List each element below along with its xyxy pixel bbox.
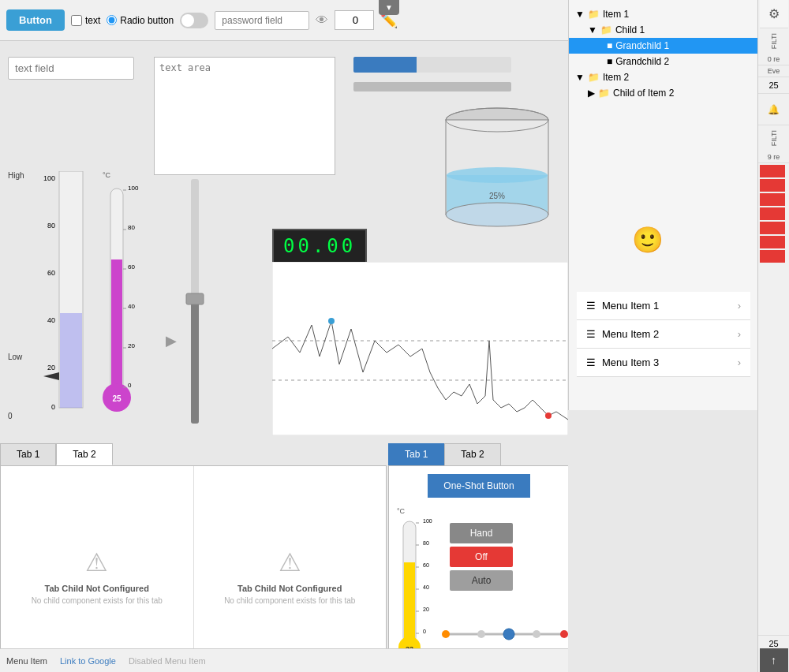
menu-chevron-3: › [738,357,741,368]
folder-icon-2: 📁 [588,72,600,83]
svg-point-39 [545,413,552,419]
menu-item-3[interactable]: ☰ Menu Item 3 › [577,349,750,377]
tree-container: ▼ 📁 Item 1 ▼ 📁 Child 1 ■ Grandchild 1 ■ … [569,0,757,101]
cb-red-2[interactable] [760,179,785,192]
thermo-hoa-wrap: °C 100 80 60 40 20 0 33 [397,507,561,672]
tab-child-title-1: Tab Child Not Configured [45,584,149,593]
cb-red-1[interactable] [760,165,785,177]
vertical-slider-wrap: ▶ [166,171,207,431]
tab-1-right[interactable]: Tab 1 [388,443,444,465]
large-thermo-ruler-wrap: High Low 0 100 80 60 40 20 0 [8,171,103,434]
mercury-thermo-wrap: °C 100 80 60 40 20 0 25 [103,171,150,427]
ruler-zero-label: 0 [8,412,13,420]
password-input[interactable] [215,11,309,30]
oneshot-button[interactable]: One-Shot Button [428,474,529,498]
tab-content-left: ⚠ Tab Child Not Configured No child comp… [0,465,387,672]
toggle-switch[interactable] [180,13,208,28]
menu-item-2-label: Menu Item 2 [602,328,659,340]
bottom-bar: Menu Item Link to Google Disabled Menu I… [0,648,568,672]
text-field-input[interactable] [8,57,134,80]
svg-text:0: 0 [423,629,426,634]
bottom-link[interactable]: Link to Google [60,656,116,666]
progress-bar-fill [353,57,417,73]
tree-item-child-item2[interactable]: ▶ 📁 Child of Item 2 [569,85,757,101]
cb-red-4[interactable] [760,207,785,220]
folder-icon-c1: 📁 [600,24,612,35]
progress-bars [353,57,511,91]
folder-icon-1: 📁 [588,9,600,20]
svg-point-62 [560,630,568,638]
cb-red-7[interactable] [760,250,785,263]
bell-icon-wrap[interactable]: 🔔 [758,94,789,125]
number-input[interactable] [335,10,374,30]
tab-2-left[interactable]: Tab 2 [56,443,112,465]
side-number-2: 25 [758,635,789,648]
tab-child-2: ⚠ Tab Child Not Configured No child comp… [194,466,387,672]
tree-item-1[interactable]: ▼ 📁 Item 1 [569,6,757,22]
svg-text:20: 20 [128,342,135,349]
radio-wrap: Radio button [107,15,174,26]
tab-2-right[interactable]: Tab 2 [444,443,500,465]
main-area: 25% High Low 0 100 80 60 40 20 0 [0,41,568,672]
tree-item-gc1[interactable]: ■ Grandchild 1 [569,38,757,54]
menu-item-2[interactable]: ☰ Menu Item 2 › [577,320,750,349]
svg-rect-23 [111,259,122,394]
svg-marker-15 [43,372,59,380]
tank-svg: 25% [440,100,555,234]
play-button[interactable]: ▶ [166,332,177,349]
dropdown-chevron[interactable]: ▼ [379,0,399,15]
filter-count-1: 0 re [758,54,789,65]
tree-label-1: Item 1 [603,9,629,20]
svg-text:100: 100 [128,185,139,192]
small-thermo-right: °C 100 80 60 40 20 0 33 [397,507,440,672]
scroll-top-button[interactable]: ↑ [760,648,788,672]
svg-point-60 [503,629,514,640]
tree-item-2[interactable]: ▼ 📁 Item 2 [569,69,757,85]
bottom-slider-svg[interactable] [442,626,568,642]
menu-chevron-2: › [738,328,741,340]
auto-button[interactable]: Auto [450,570,513,591]
up-arrow-icon: ↑ [771,654,776,666]
main-button[interactable]: Button [6,9,65,31]
tab-1-left[interactable]: Tab 1 [0,443,56,465]
svg-text:40: 40 [128,303,135,310]
hand-button[interactable]: Hand [450,523,513,543]
chart-svg [272,262,568,435]
expand-icon-1: ▼ [575,9,585,20]
chart-wrap [272,262,568,435]
menu-item-1[interactable]: ☰ Menu Item 1 › [577,292,750,320]
text-area-wrap [154,57,335,177]
menu-item-3-left: ☰ Menu Item 3 [586,357,659,368]
ruler-scale-svg: 100 80 60 40 20 0 [32,171,103,431]
svg-point-4 [446,203,548,226]
off-button[interactable]: Off [450,547,513,567]
radio-input[interactable] [107,15,117,25]
bottom-disabled: Disabled Menu Item [129,656,206,666]
menu-lines-icon-3: ☰ [586,357,596,368]
checkbox-input[interactable] [71,15,82,26]
svg-point-38 [328,318,335,324]
item-icon-gc1: ■ [607,40,612,51]
v-slider-svg[interactable] [183,171,207,431]
eye-icon[interactable]: 👁 [316,13,328,28]
cb-red-6[interactable] [760,236,785,248]
svg-rect-14 [60,313,82,408]
expand-icon-c1: ▼ [588,24,597,35]
bottom-menu-item[interactable]: Menu Item [6,656,47,666]
far-right-icon-1[interactable]: ⚙ [760,0,788,28]
menu-lines-icon-2: ☰ [586,328,596,340]
cb-red-5[interactable] [760,222,785,234]
svg-text:20: 20 [47,364,55,371]
expand-icon-2: ▼ [575,72,585,83]
text-area-input[interactable] [154,57,335,175]
bell-icon: 🔔 [768,104,780,115]
tree-label-gc1: Grandchild 1 [615,40,669,51]
svg-text:0: 0 [51,403,55,411]
tree-item-gc2[interactable]: ■ Grandchild 2 [569,54,757,69]
svg-text:0: 0 [128,382,132,389]
checkbox-list [758,163,789,264]
folder-icon-ci2: 📁 [598,88,610,99]
radio-label: Radio button [120,15,174,26]
cb-red-3[interactable] [760,193,785,206]
tree-item-child1[interactable]: ▼ 📁 Child 1 [569,22,757,38]
